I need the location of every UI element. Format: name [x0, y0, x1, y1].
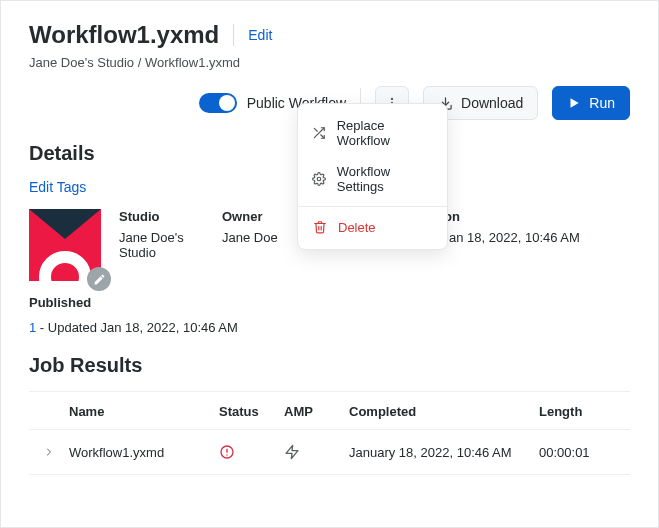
published-label: Published — [29, 291, 630, 316]
menu-replace-workflow[interactable]: Replace Workflow — [298, 110, 447, 156]
published-value: 1 - Updated Jan 18, 2022, 10:46 AM — [29, 316, 630, 341]
studio-label: Studio — [119, 209, 222, 224]
shuffle-icon — [312, 125, 327, 141]
table-row: Workflow1.yxmd January 18, 2022, 10:46 A… — [29, 430, 630, 475]
pencil-icon — [93, 273, 106, 286]
job-results-header: Name Status AMP Completed Length — [29, 391, 630, 430]
trash-icon — [312, 219, 328, 235]
workflow-avatar — [29, 209, 101, 281]
breadcrumb-file: Workflow1.yxmd — [145, 55, 240, 70]
menu-replace-label: Replace Workflow — [337, 118, 433, 148]
menu-settings-label: Workflow Settings — [337, 164, 433, 194]
download-label: Download — [461, 95, 523, 111]
col-name[interactable]: Name — [69, 404, 219, 419]
error-icon — [219, 444, 235, 460]
breadcrumb: Jane Doe's Studio / Workflow1.yxmd — [29, 55, 630, 70]
breadcrumb-sep: / — [134, 55, 145, 70]
job-results-section: Job Results Name Status AMP Completed Le… — [29, 354, 630, 475]
published-block: Published 1 - Updated Jan 18, 2022, 10:4… — [29, 291, 630, 340]
lightning-icon — [284, 444, 300, 460]
row-status-error-icon — [219, 444, 284, 460]
edit-link[interactable]: Edit — [248, 27, 272, 43]
row-length: 00:00:01 — [539, 445, 629, 460]
row-amp-icon — [284, 444, 349, 460]
row-completed: January 18, 2022, 10:46 AM — [349, 445, 539, 460]
svg-line-7 — [315, 128, 318, 131]
svg-point-12 — [226, 455, 227, 456]
studio-value: Jane Doe's Studio — [119, 230, 222, 260]
more-menu: Replace Workflow Workflow Settings Delet… — [297, 103, 448, 250]
svg-marker-13 — [286, 446, 298, 459]
page-title: Workflow1.yxmd — [29, 21, 219, 49]
menu-workflow-settings[interactable]: Workflow Settings — [298, 156, 447, 202]
breadcrumb-studio[interactable]: Jane Doe's Studio — [29, 55, 134, 70]
menu-delete-label: Delete — [338, 220, 376, 235]
run-label: Run — [589, 95, 615, 111]
menu-delete[interactable]: Delete — [298, 211, 447, 243]
title-divider — [233, 24, 234, 46]
public-toggle[interactable] — [199, 93, 237, 113]
row-name: Workflow1.yxmd — [69, 445, 219, 460]
svg-point-8 — [318, 177, 322, 181]
play-icon — [567, 96, 581, 110]
col-length[interactable]: Length — [539, 404, 629, 419]
job-results-heading: Job Results — [29, 354, 630, 377]
col-completed[interactable]: Completed — [349, 404, 539, 419]
svg-marker-4 — [571, 98, 579, 107]
col-amp[interactable]: AMP — [284, 404, 349, 419]
edit-tags-link[interactable]: Edit Tags — [29, 179, 86, 195]
expand-row-button[interactable] — [29, 446, 69, 458]
svg-point-0 — [391, 98, 393, 100]
menu-divider — [298, 206, 447, 207]
edit-avatar-button[interactable] — [87, 267, 111, 291]
run-button[interactable]: Run — [552, 86, 630, 120]
col-status[interactable]: Status — [219, 404, 284, 419]
gear-icon — [312, 171, 327, 187]
chevron-right-icon — [43, 446, 55, 458]
